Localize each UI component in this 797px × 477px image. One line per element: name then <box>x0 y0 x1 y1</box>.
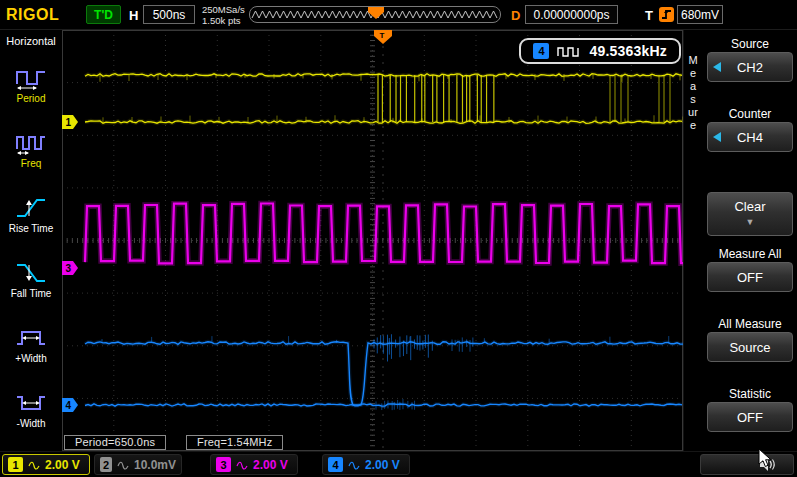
hscroll-svg <box>250 7 500 22</box>
delay-label: D <box>511 8 520 23</box>
channel-4-status[interactable]: 4 2.00 V <box>322 454 410 475</box>
horizontal-position-bar[interactable] <box>249 6 501 23</box>
minus-width-icon <box>14 390 48 416</box>
sidebar-label: Rise Time <box>9 223 53 234</box>
measure-menu-panel: Measure Source CH2 Counter CH4 Clea <box>683 30 797 451</box>
channel-1-status[interactable]: 1 2.00 V <box>2 454 90 475</box>
menu-label: Source <box>731 36 769 52</box>
left-arrow-icon <box>713 62 721 72</box>
sidebar-item-pos-width[interactable]: +Width <box>0 312 62 377</box>
trigger-level-readout: 680mV <box>677 5 723 24</box>
channel-2-scale: 10.0mV <box>134 458 176 472</box>
menu-item-statistic: Statistic OFF <box>702 380 797 450</box>
sidebar-label: Fall Time <box>11 288 52 299</box>
clear-button[interactable]: Clear ▼ <box>707 192 793 236</box>
menu-title-tab: Measure <box>688 54 698 132</box>
sidebar-item-period[interactable]: Period <box>0 52 62 117</box>
fall-time-icon <box>14 260 48 286</box>
trigger-label: T <box>645 8 653 23</box>
sidebar-label: Period <box>17 93 46 104</box>
memory-depth: 1.50k pts <box>202 15 241 26</box>
sidebar-title: Horizontal <box>6 30 56 52</box>
statistic-button[interactable]: OFF <box>707 402 793 432</box>
sample-rate: 250MSa/s <box>202 4 245 15</box>
sidebar-label: +Width <box>15 353 46 364</box>
waveform-svg: 134T <box>62 30 683 451</box>
all-measure-source-button[interactable]: Source <box>707 332 793 362</box>
delay-readout: 0.00000000ps <box>525 5 618 24</box>
sidebar-item-neg-width[interactable]: -Width <box>0 377 62 442</box>
measure-all-button[interactable]: OFF <box>707 262 793 292</box>
channel-1-scale: 2.00 V <box>45 458 80 472</box>
coupling-icon <box>348 456 360 474</box>
plus-width-icon <box>14 325 48 351</box>
menu-label: Measure All <box>719 246 782 262</box>
top-status-bar: RIGOL T'D H 500ns 250MSa/s 1.50k pts D 0… <box>0 0 797 30</box>
left-arrow-icon <box>713 132 721 142</box>
menu-label: Counter <box>729 106 772 122</box>
measure-shortcut-sidebar: Horizontal Period Freq Rise Tim <box>0 30 62 451</box>
channel-3-status[interactable]: 3 2.00 V <box>210 454 298 475</box>
waveform-display: 134T 4 49.5363kHz Period=650.0ns Freq=1.… <box>62 30 683 451</box>
sidebar-label: Freq <box>21 158 42 169</box>
channel-3-scale: 2.00 V <box>253 458 288 472</box>
channel-2-chip: 2 <box>100 457 112 472</box>
sidebar-item-fall-time[interactable]: Fall Time <box>0 247 62 312</box>
source-value: CH2 <box>737 60 763 75</box>
coupling-icon <box>236 456 248 474</box>
svg-text:T: T <box>380 31 385 40</box>
menu-label: Statistic <box>729 386 771 402</box>
measurement-period: Period=650.0ns <box>64 435 166 450</box>
all-measure-source-value: Source <box>729 340 770 355</box>
sound-button[interactable] <box>700 454 794 475</box>
horizontal-label: H <box>129 8 138 23</box>
sidebar-item-rise-time[interactable]: Rise Time <box>0 182 62 247</box>
menu-item-clear: Clear ▼ <box>702 170 797 240</box>
rise-time-icon <box>14 195 48 221</box>
pulse-train-icon <box>557 46 581 57</box>
svg-text:1: 1 <box>66 117 72 128</box>
counter-badge: 4 49.5363kHz <box>519 38 681 64</box>
sidebar-item-freq[interactable]: Freq <box>0 117 62 182</box>
channel-3-chip: 3 <box>216 457 231 472</box>
menu-item-counter: Counter CH4 <box>702 100 797 170</box>
menu-item-source: Source CH2 <box>702 30 797 100</box>
statistic-value: OFF <box>737 410 763 425</box>
channel-1-chip: 1 <box>8 457 23 472</box>
channel-4-chip: 4 <box>328 457 343 472</box>
channel-4-scale: 2.00 V <box>365 458 400 472</box>
coupling-icon <box>117 456 129 474</box>
menu-item-measure-all: Measure All OFF <box>702 240 797 310</box>
channel-status-bar: 1 2.00 V 2 10.0mV 3 2.00 V 4 2.00 <box>0 451 797 477</box>
channel-2-status[interactable]: 2 10.0mV <box>94 454 182 475</box>
svg-text:4: 4 <box>66 400 72 411</box>
sidebar-label: -Width <box>17 418 46 429</box>
menu-label: All Measure <box>718 316 781 332</box>
freq-icon <box>14 130 48 156</box>
svg-text:3: 3 <box>66 263 72 274</box>
acquisition-info: 250MSa/s 1.50k pts <box>202 4 245 26</box>
trigger-status-badge: T'D <box>86 5 121 24</box>
period-icon <box>14 65 48 91</box>
measure-all-value: OFF <box>737 270 763 285</box>
source-button[interactable]: CH2 <box>707 52 793 82</box>
counter-value: 49.5363kHz <box>589 43 667 59</box>
counter-value-label: CH4 <box>737 130 763 145</box>
rigol-logo: RIGOL <box>6 6 59 24</box>
menu-items: Source CH2 Counter CH4 Clear ▼ <box>702 30 797 450</box>
timebase-readout: 500ns <box>143 5 195 24</box>
counter-channel-chip: 4 <box>533 43 549 59</box>
speaker-icon <box>759 457 777 472</box>
menu-item-all-measure-source: All Measure Source <box>702 310 797 380</box>
trigger-edge-icon <box>659 7 674 22</box>
counter-button[interactable]: CH4 <box>707 122 793 152</box>
clear-value: Clear <box>734 199 765 214</box>
coupling-icon <box>28 456 40 474</box>
chevron-down-icon: ▼ <box>746 215 755 230</box>
measurement-freq: Freq=1.54MHz <box>186 435 283 450</box>
oscilloscope-screen: RIGOL T'D H 500ns 250MSa/s 1.50k pts D 0… <box>0 0 797 477</box>
